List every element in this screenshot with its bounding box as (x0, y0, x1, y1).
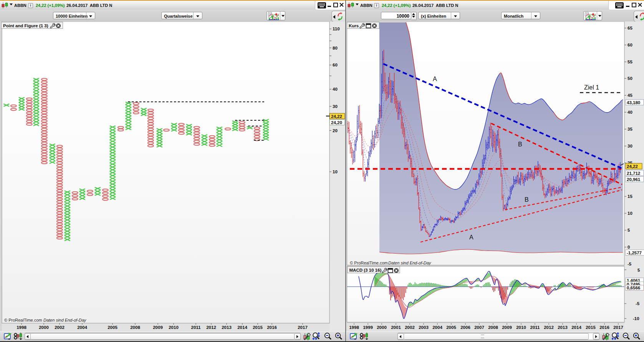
svg-text:1999: 1999 (363, 325, 373, 330)
svg-text:5: 5 (637, 268, 640, 272)
svg-text:2015: 2015 (586, 325, 596, 330)
svg-text:Daten sind End-of-Day: Daten sind End-of-Day (388, 261, 432, 265)
svg-text:2016: 2016 (267, 325, 277, 330)
svg-text:2010: 2010 (516, 325, 526, 330)
svg-text:2004: 2004 (77, 325, 87, 330)
svg-text:© ProRealTime.com: © ProRealTime.com (4, 318, 42, 322)
svg-text:65: 65 (627, 26, 632, 30)
svg-text:Ziel 1: Ziel 1 (584, 84, 599, 91)
svg-text:2011: 2011 (530, 325, 540, 330)
svg-text:2000: 2000 (377, 325, 387, 330)
svg-text:1998: 1998 (17, 325, 26, 330)
svg-text:2012: 2012 (206, 325, 216, 330)
svg-text:55: 55 (627, 60, 632, 64)
svg-text:45: 45 (627, 93, 632, 98)
svg-text:2010: 2010 (169, 325, 179, 330)
svg-text:-1,2577: -1,2577 (627, 251, 642, 255)
svg-text:40: 40 (333, 87, 338, 91)
svg-text:24,22: 24,22 (627, 164, 638, 169)
svg-text:50: 50 (627, 76, 632, 81)
svg-text:24,22: 24,22 (331, 114, 342, 119)
svg-text:Point and Figure (1 3): Point and Figure (1 3) (3, 23, 48, 28)
svg-text:-5: -5 (636, 301, 640, 306)
svg-text:2011: 2011 (191, 325, 201, 330)
svg-text:2009: 2009 (153, 325, 163, 330)
svg-text:A: A (433, 76, 437, 82)
svg-text:80: 80 (333, 46, 338, 50)
svg-text:10: 10 (333, 169, 338, 174)
svg-text:2007: 2007 (474, 325, 484, 330)
svg-text:© ProRealTime.com: © ProRealTime.com (350, 261, 388, 265)
svg-text:2002: 2002 (405, 325, 415, 330)
svg-text:10: 10 (627, 211, 632, 216)
svg-text:2000: 2000 (39, 325, 49, 330)
svg-text:2017: 2017 (613, 325, 623, 330)
svg-text:2005: 2005 (446, 325, 456, 330)
svg-text:20,961: 20,961 (627, 177, 641, 182)
svg-text:60: 60 (627, 43, 632, 47)
svg-text:2016: 2016 (599, 325, 609, 330)
svg-text:0,6566: 0,6566 (627, 286, 640, 290)
svg-text:2013: 2013 (222, 325, 232, 330)
svg-text:2003: 2003 (419, 325, 429, 330)
svg-text:1998: 1998 (349, 325, 359, 330)
svg-text:2008: 2008 (488, 325, 498, 330)
svg-text:MACD (3 10 16): MACD (3 10 16) (349, 268, 382, 272)
svg-text:15: 15 (627, 194, 632, 199)
svg-text:110: 110 (333, 27, 340, 31)
svg-text:B: B (525, 196, 529, 203)
svg-text:60: 60 (333, 63, 338, 67)
svg-text:2015: 2015 (253, 325, 263, 330)
svg-text:2006: 2006 (460, 325, 470, 330)
svg-text:Daten sind End-of-Day: Daten sind End-of-Day (43, 318, 87, 322)
svg-text:2017: 2017 (298, 325, 308, 330)
svg-text:2014: 2014 (237, 325, 247, 330)
svg-text:B: B (518, 141, 522, 148)
svg-text:A: A (469, 234, 473, 241)
svg-text:43,180: 43,180 (627, 100, 640, 105)
svg-text:20: 20 (333, 128, 338, 133)
svg-text:2012: 2012 (544, 325, 554, 330)
svg-text:35: 35 (627, 127, 632, 131)
svg-text:2001: 2001 (391, 325, 401, 330)
svg-text:Kurs: Kurs (349, 23, 359, 28)
svg-text:0: 0 (627, 245, 630, 249)
svg-text:30: 30 (333, 104, 338, 109)
svg-text:24,20: 24,20 (331, 120, 342, 125)
svg-text:2013: 2013 (558, 325, 568, 330)
svg-text:2008: 2008 (130, 325, 140, 330)
svg-text:-10: -10 (633, 316, 639, 321)
svg-text:5: 5 (627, 228, 630, 232)
svg-text:2002: 2002 (55, 325, 65, 330)
svg-text:21,712: 21,712 (627, 171, 640, 176)
svg-text:30: 30 (627, 144, 632, 148)
svg-text:2004: 2004 (432, 325, 442, 330)
svg-text:2014: 2014 (571, 325, 581, 330)
svg-text:2009: 2009 (502, 325, 512, 330)
svg-text:40: 40 (627, 110, 632, 115)
svg-text:-5: -5 (627, 262, 632, 266)
svg-text:2005: 2005 (108, 325, 118, 330)
